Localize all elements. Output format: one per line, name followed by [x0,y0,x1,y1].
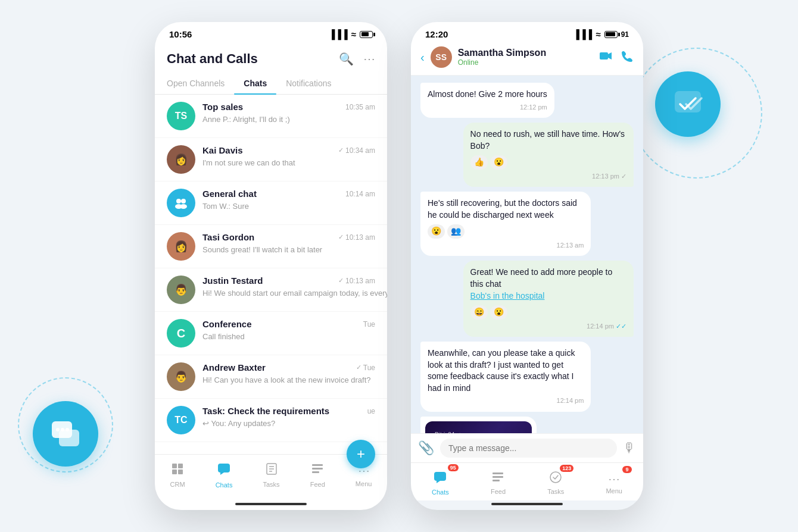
avatar-task-check: TC [167,406,195,434]
emoji-badge-3a: 😮 [428,224,445,239]
emoji-row-2: 👍 😮 [470,155,626,170]
chat-info-top-sales: Top sales 10:35 am Anne P.: Alright, I'l… [202,102,375,124]
chat-item-andrew-baxter[interactable]: 👨 Andrew Baxter ✓ Tue Hi! Can you have a… [155,355,387,399]
tasks-badge: 123 [560,465,573,472]
chat-info-tasi-gordon: Tasi Gordon ✓ 10:13 am Sounds great! I'l… [202,232,375,255]
avatar-top-sales: TS [167,102,195,130]
nav-item-feed[interactable]: Feed [306,460,330,490]
back-button[interactable]: ‹ [420,51,425,64]
right-phone: 12:20 ▐▐▐ ≈ 91 ‹ SS Samantha Simpson Onl… [411,22,643,510]
chat-item-general-chat[interactable]: General chat 10:14 am Tom W.: Sure [155,181,387,225]
search-icon[interactable]: 🔍 [339,52,354,66]
voice-call-icon[interactable] [622,50,634,65]
chat-item-tasi-gordon[interactable]: 👩 Tasi Gordon ✓ 10:13 am Sounds great! I… [155,225,387,268]
checkmark-tasi: ✓ [338,233,344,241]
chat-info-conference: Conference Tue Call finished [202,319,375,342]
signal-icon-right: ▐▐▐ [573,29,593,39]
msg-link-4[interactable]: Bob's in the hospital [470,291,545,301]
svg-rect-14 [218,464,230,472]
message-input[interactable] [440,439,617,458]
contact-name: Samantha Simpson [458,48,593,58]
nav-item-feed-right[interactable]: Feed [486,468,510,497]
msg-text-2: No need to rush, we still have time. How… [470,129,625,151]
page-wrapper: 10:56 ▐▐▐ ≈ Chat and Calls 🔍 ⋯ Op [0,0,798,532]
svg-rect-23 [600,52,608,60]
msg-time-3: 12:13 am [428,241,584,250]
chat-name-task-check: Task: Check the requirements [202,406,329,416]
nav-item-chats[interactable]: Chats [211,459,238,491]
nav-label-menu-right: Menu [606,487,622,495]
chat-item-justin-testard[interactable]: 👨 Justin Testard ✓ 10:13 am Hi! We shoul… [155,268,387,312]
messages-area: Almost done! Give 2 more hours 12:12 pm … [411,76,643,433]
more-icon[interactable]: ⋯ [363,52,375,66]
svg-point-4 [66,428,69,431]
nav-label-menu: Menu [356,480,372,487]
contact-status: Online [458,58,593,67]
attach-icon[interactable]: 📎 [418,440,434,456]
tab-open-channels[interactable]: Open Channels [167,74,234,94]
chats-icon-right [433,470,447,487]
avatar-justin-testard: 👨 [167,276,195,304]
nav-item-crm[interactable]: CRM [166,460,190,490]
chat-item-task-check[interactable]: TC Task: Check the requirements ue ↩ You… [155,399,387,442]
chat-name-justin-testard: Justin Testard [202,276,263,286]
checkmark-justin: ✓ [338,277,344,284]
emoji-badge-2a: 👍 [470,155,488,170]
input-area: 📎 🎙 [411,433,643,462]
svg-point-6 [176,199,181,204]
chat-item-conference[interactable]: C Conference Tue Call finished [155,312,387,355]
chat-time-justin-testard: ✓ 10:13 am [338,277,375,285]
status-bar-right: 12:20 ▐▐▐ ≈ 91 [411,22,643,42]
svg-point-3 [61,428,64,431]
chat-name-kai-davis: Kai Davis [202,145,243,155]
tab-notifications[interactable]: Notifications [276,74,341,94]
tab-chats[interactable]: Chats [234,74,276,94]
emoji-row-4: 😄 😮 [470,305,626,320]
chats-icon [217,462,231,479]
svg-rect-25 [434,472,446,481]
svg-rect-27 [492,472,503,474]
svg-rect-13 [178,470,183,474]
checkmark-kai: ✓ [338,146,344,154]
chat-time-andrew-baxter: ✓ Tue [356,364,375,372]
chat-name-andrew-baxter: Andrew Baxter [202,362,266,373]
msg-time-1: 12:12 pm [428,103,547,112]
msg-text-3: He's still recovering, but the doctors s… [428,198,577,220]
nav-label-feed: Feed [310,481,325,488]
nav-item-menu-right[interactable]: ⋯ 9 Menu [601,470,627,497]
chat-icon-bubble-left [33,401,98,467]
tasks-icon-right [549,471,562,487]
chat-info-task-check: Task: Check the requirements ue ↩ You: A… [202,406,375,428]
chat-item-kai-davis[interactable]: 👩 Kai Davis ✓ 10:34 am I'm not sure we c… [155,138,387,181]
nav-item-chats-right[interactable]: 95 Chats [427,468,454,498]
bottom-nav-right: 95 Chats Feed 123 Tasks ⋯ 9 Menu [411,462,643,500]
message-6-media: Bitrix24 ✓ CYBERWEEKENDSALE Get up to 45… [420,417,537,433]
status-bar-left: 10:56 ▐▐▐ ≈ [155,22,387,42]
svg-point-7 [181,199,186,204]
chat-preview-kai-davis: I'm not sure we can do that [202,158,295,167]
chat-preview-andrew-baxter: Hi! Can you have a look at the new invoi… [202,375,371,384]
message-1: Almost done! Give 2 more hours 12:12 pm [420,83,554,118]
chat-name-conference: Conference [202,319,252,329]
nav-item-tasks-right[interactable]: 123 Tasks [543,468,569,497]
video-call-icon[interactable] [599,50,612,65]
emoji-badge-2b: 😮 [490,155,507,170]
chats-badge: 95 [448,464,459,471]
svg-point-2 [56,428,60,431]
avatar-samantha: SS [431,46,452,68]
svg-rect-11 [178,464,183,468]
chat-preview-general-chat: Tom W.: Sure [202,202,249,211]
chat-time-conference: Tue [363,320,375,328]
chat-item-top-sales[interactable]: TS Top sales 10:35 am Anne P.: Alright, … [155,95,387,138]
mic-icon[interactable]: 🎙 [623,440,636,456]
chat-time-kai-davis: ✓ 10:34 am [338,146,375,155]
battery-percent: 91 [621,30,629,39]
fab-button[interactable]: + [347,440,375,468]
svg-rect-12 [172,470,177,474]
avatar-kai-davis: 👩 [167,145,195,174]
svg-rect-21 [312,468,323,470]
cyber-cat-icon: 🐱 [478,421,526,433]
nav-item-tasks[interactable]: Tasks [258,460,285,490]
msg-text-5: Meanwhile, can you please take a quick l… [428,348,575,393]
home-indicator-left [235,503,307,505]
